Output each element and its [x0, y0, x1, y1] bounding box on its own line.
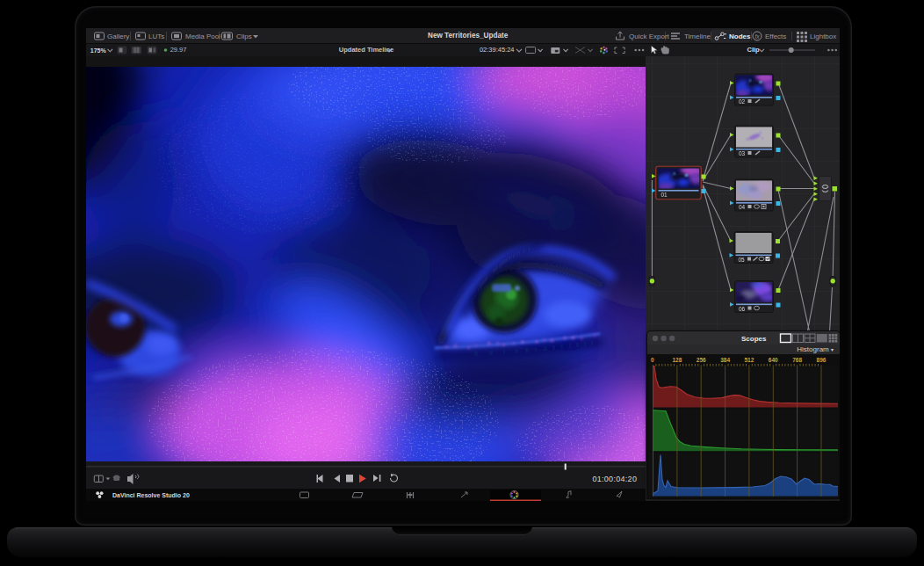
svg-text:04: 04 [739, 204, 746, 210]
svg-text:05: 05 [739, 257, 746, 263]
svg-text:896: 896 [817, 357, 827, 363]
svg-text:06: 06 [739, 306, 746, 312]
svg-text:512: 512 [744, 357, 754, 363]
svg-text:256: 256 [697, 357, 706, 363]
svg-text:384: 384 [720, 357, 730, 363]
svg-text:768: 768 [792, 357, 802, 363]
svg-text:0: 0 [651, 357, 654, 363]
svg-text:01: 01 [661, 192, 668, 198]
svg-text:640: 640 [769, 357, 778, 363]
svg-text:128: 128 [672, 357, 682, 363]
svg-text:02: 02 [739, 98, 746, 105]
svg-text:03: 03 [739, 150, 746, 156]
svg-text:fx: fx [754, 33, 760, 40]
